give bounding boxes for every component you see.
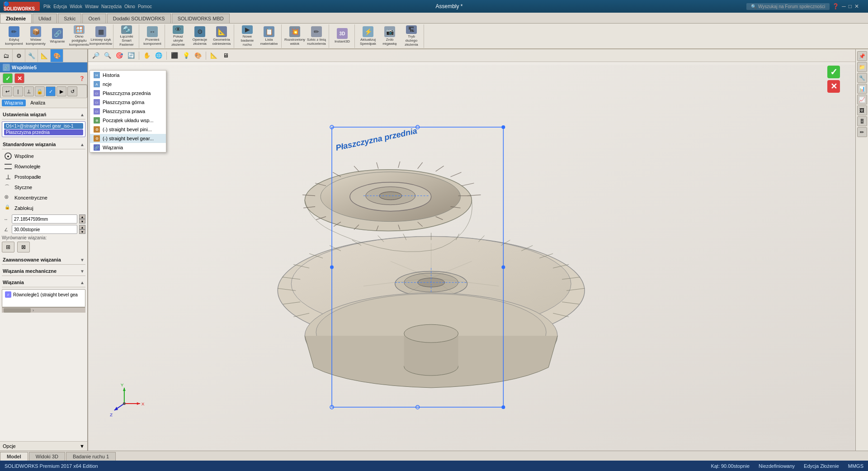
instant3d-btn[interactable]: 3D Instant3D bbox=[332, 25, 353, 47]
collapse-wiazania-btn[interactable]: ▲ bbox=[80, 280, 85, 285]
distance-spin[interactable]: ▲ ▼ bbox=[79, 214, 85, 224]
collapse-advanced-btn[interactable]: ▼ bbox=[80, 257, 85, 262]
fm-dd-wiazania[interactable]: 🔗 Wiązania bbox=[90, 143, 166, 152]
mate-koncentryczne-btn[interactable]: ◎ Koncentryczne bbox=[2, 193, 85, 203]
big-check-btn[interactable]: ✓ bbox=[827, 66, 840, 78]
fm-dd-straight-gear[interactable]: ⚙ (-) straight bevel gear... bbox=[90, 134, 166, 143]
geometria-btn[interactable]: 📐 Geometriaodniesienia bbox=[211, 25, 232, 47]
rp-btn-7[interactable]: 🎛 bbox=[857, 116, 867, 126]
fm-dd-item-ncje[interactable]: A ncje bbox=[90, 80, 166, 89]
search-box[interactable]: 🔍 Wyszukaj na Forum społeczności bbox=[746, 3, 830, 10]
szkic-linia-btn[interactable]: ✏ Szkic z liniąroztrzelenia bbox=[306, 25, 327, 47]
aktualizuj-speedpak-btn[interactable]: ⚡ AktualizujSpeedpak bbox=[358, 25, 378, 47]
tab-szkic[interactable]: Szkic bbox=[58, 14, 81, 23]
vp-rotate-btn[interactable]: 🔄 bbox=[126, 51, 136, 61]
confirm-ok-btn[interactable]: ✓ bbox=[3, 73, 13, 83]
lp-tab-dimexpert[interactable]: 📐 bbox=[38, 49, 51, 62]
rp-btn-8[interactable]: ✏ bbox=[857, 127, 867, 137]
rp-btn-2[interactable]: 📁 bbox=[857, 62, 867, 72]
btm-tab-widoki3d[interactable]: Widoki 3D bbox=[29, 452, 65, 461]
ct-perp-btn[interactable]: ⊥ bbox=[24, 86, 34, 96]
vp-section-btn[interactable]: 📐 bbox=[209, 51, 219, 61]
pokaz-ukryte-btn[interactable]: 👁 Pokaż ukrytezłożenie bbox=[168, 25, 189, 47]
tryb-duzego-btn[interactable]: 🏗 Trybdużegozłożenia bbox=[401, 25, 422, 47]
mate-rownolegle-btn[interactable]: Równoległe bbox=[2, 162, 85, 171]
fm-dd-straight-pini[interactable]: ⚙ (-) straight bevel pini... bbox=[90, 125, 166, 134]
okno-podgladu-btn[interactable]: 🪟 Oknopodglądukomponentu bbox=[69, 25, 90, 47]
rp-btn-4[interactable]: 📊 bbox=[857, 84, 867, 94]
vp-fit-btn[interactable]: 🎯 bbox=[114, 51, 124, 61]
align-btn-1[interactable]: ⊞ bbox=[2, 242, 14, 252]
fm-dd-plaszczyzna-gorna[interactable]: ▭ Płaszczyzna górna bbox=[90, 98, 166, 107]
lp-tab-propmanager[interactable]: ⚙ bbox=[13, 49, 25, 62]
close-btn[interactable]: ✕ bbox=[854, 3, 859, 10]
mate-wspolne-btn[interactable]: ● Wspólne bbox=[2, 151, 85, 161]
ct-lines-btn[interactable]: | bbox=[13, 86, 23, 96]
ct-reset-btn[interactable]: ↺ bbox=[67, 86, 77, 96]
lp-tab-configmgr[interactable]: 🔧 bbox=[25, 49, 38, 62]
vp-zoom2-btn[interactable]: 🔍 bbox=[103, 51, 113, 61]
edytuj-komponent-btn[interactable]: ✏ Edytujkomponent bbox=[4, 25, 24, 47]
vp-globe-btn[interactable]: 🌐 bbox=[154, 51, 164, 61]
vp-pan-btn[interactable]: ✋ bbox=[142, 51, 152, 61]
mate-zablokuj-btn[interactable]: 🔒 Zablokuj bbox=[2, 203, 85, 213]
lp-tab-featuremgr[interactable]: 🗂 bbox=[0, 49, 13, 62]
btm-tab-model[interactable]: Model bbox=[0, 452, 28, 461]
btm-tab-badanie[interactable]: Badanie ruchu 1 bbox=[66, 452, 116, 461]
ct-play-btn[interactable]: ▶ bbox=[57, 86, 66, 96]
ct-lock-btn[interactable]: 🔒 bbox=[35, 86, 45, 96]
mate-styczne-btn[interactable]: ⌒ Styczne bbox=[2, 182, 85, 192]
rp-btn-3[interactable]: 🔧 bbox=[857, 73, 867, 83]
rp-btn-1[interactable]: 📌 bbox=[857, 51, 867, 61]
liniowy-szyk-btn[interactable]: ▦ Liniowy szykkomponentów bbox=[90, 25, 111, 47]
fm-dd-poczatek[interactable]: ⊕ Początek układu wsp... bbox=[90, 116, 166, 125]
confirm-cancel-btn[interactable]: ✕ bbox=[14, 73, 24, 83]
collapse-mechanical-btn[interactable]: ▼ bbox=[80, 269, 85, 274]
fm-dd-item-historia[interactable]: H Historia bbox=[90, 71, 166, 80]
selection-box[interactable]: Oś<1>@straight bevel gear_iso-1 Płaszczy… bbox=[2, 121, 85, 137]
operacje-btn[interactable]: ⚙ Operacjezłożenia bbox=[189, 25, 210, 47]
vp-display-btn[interactable]: ⬛ bbox=[170, 51, 179, 61]
wstaw-komponenty-btn[interactable]: 📦 Wstawkomponenty bbox=[25, 25, 46, 47]
wiazanie-btn[interactable]: 🔗 Wiązanie bbox=[47, 25, 68, 47]
ct-arrow-btn[interactable]: ↩ bbox=[2, 86, 12, 96]
align-btn-2[interactable]: ⊠ bbox=[17, 242, 30, 252]
wiazanie-item-1[interactable]: // Równoległe1 (straight bevel gea bbox=[3, 290, 84, 299]
opcje-section[interactable]: Opcje ▼ bbox=[0, 441, 87, 451]
big-x-btn[interactable]: ✕ bbox=[827, 80, 840, 93]
lp-tab-display[interactable]: 🎨 bbox=[51, 49, 63, 62]
tab-wiazania[interactable]: Wiązania bbox=[2, 100, 26, 106]
przenies-btn[interactable]: ↔ Przenieśkomponent bbox=[142, 25, 163, 47]
collapse-ustawienia-btn[interactable]: ▲ bbox=[80, 112, 85, 117]
rp-btn-5[interactable]: 📈 bbox=[857, 95, 867, 105]
mate-prostopadle-btn[interactable]: ⊥ Prostopadłe bbox=[2, 172, 85, 182]
nowe-badanie-btn[interactable]: ▶ Nowebadanieruchu bbox=[237, 25, 258, 47]
tab-analiza[interactable]: Analiza bbox=[28, 100, 48, 106]
zrob-migawke-btn[interactable]: 📷 Zróbmigawkę bbox=[379, 25, 400, 47]
help-icon[interactable]: ❓ bbox=[832, 3, 839, 10]
tab-uklad[interactable]: Układ bbox=[33, 14, 57, 23]
scrollbar-thumb[interactable] bbox=[4, 308, 31, 313]
laczniki-btn[interactable]: 🔩 ŁącznikiSmartFastener bbox=[116, 25, 137, 47]
vp-color-btn[interactable]: 🎨 bbox=[193, 51, 203, 61]
fm-dd-plaszczyzna-przednia[interactable]: ▭ Płaszczyzna przednia bbox=[90, 89, 166, 98]
help-icon-small[interactable]: ❓ bbox=[79, 76, 85, 81]
distance-input[interactable] bbox=[12, 214, 77, 224]
vp-zoom-btn[interactable]: 🔎 bbox=[91, 51, 101, 61]
rp-btn-6[interactable]: 🖼 bbox=[857, 105, 867, 115]
fm-dd-plaszczyzna-prawa[interactable]: ▭ Płaszczyzna prawa bbox=[90, 107, 166, 116]
vp-screen-btn[interactable]: 🖥 bbox=[221, 51, 231, 61]
vp-light-btn[interactable]: 💡 bbox=[181, 51, 191, 61]
angle-spin[interactable]: ▲ ▼ bbox=[79, 225, 85, 234]
lista-materialow-btn[interactable]: 📋 Listamateriałów bbox=[259, 25, 279, 47]
angle-input[interactable] bbox=[12, 225, 77, 234]
minimize-btn[interactable]: ─ bbox=[842, 3, 846, 10]
collapse-standard-btn[interactable]: ▲ bbox=[80, 142, 85, 147]
maximize-btn[interactable]: □ bbox=[849, 3, 852, 10]
tab-zlozenie[interactable]: Złożenie bbox=[0, 14, 32, 23]
tab-dodatki[interactable]: Dodatki SOLIDWORKS bbox=[107, 14, 171, 23]
tab-mbd[interactable]: SOLIDWORKS MBD bbox=[172, 14, 230, 23]
ct-check-btn[interactable]: ✓ bbox=[46, 86, 56, 96]
h-scrollbar[interactable]: › bbox=[2, 307, 85, 313]
rozstrzelony-btn[interactable]: 💥 Rozstrzelonywidok bbox=[284, 25, 305, 47]
